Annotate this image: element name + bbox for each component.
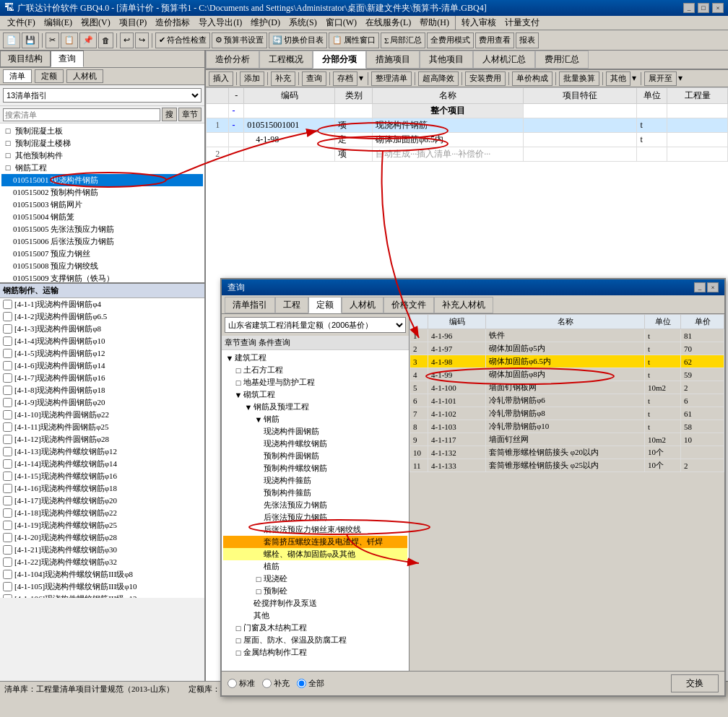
d-node-cast-stirrup[interactable]: 现浇构件箍筋	[223, 474, 407, 487]
tree-node-010515003[interactable]: 010515003 钢筋网片	[1, 199, 203, 211]
d-node-rebar-embed[interactable]: ▼ 钢筋及预埋工程	[223, 401, 407, 413]
toolbar-save[interactable]: 💾	[22, 32, 39, 48]
toolbar-report[interactable]: 报表	[516, 32, 539, 48]
dialog-table-row[interactable]: 8 4-1-103 冷轧带肋钢筋φ10 t 58	[410, 420, 724, 433]
dialog-table-row[interactable]: 10 4-1-132 套筒锥形螺栓钢筋接头 φ20以内 10个	[410, 446, 724, 459]
tree-node-010515009[interactable]: 010515009 支撑钢筋（铁马）	[1, 272, 203, 282]
checklist-checkbox[interactable]	[3, 422, 12, 432]
toolbar-compliance[interactable]: ✔ 符合性检查	[155, 32, 210, 48]
toolbar-undo[interactable]: ↩	[120, 32, 134, 48]
checklist-checkbox[interactable]	[3, 410, 12, 420]
maximize-button[interactable]: □	[698, 3, 709, 13]
toolbar-switch-price[interactable]: 🔄 切换价目表	[269, 32, 327, 48]
tab-measures[interactable]: 措施项目	[366, 51, 420, 69]
dialog-tab-project[interactable]: 工程	[275, 297, 308, 313]
tree-node-010515007[interactable]: 010515007 预应力钢丝	[1, 248, 203, 260]
subtab-materials[interactable]: 人材机	[66, 69, 103, 83]
radio-all-input[interactable]	[297, 679, 306, 688]
checklist-checkbox[interactable]	[3, 557, 12, 567]
tree-node-010515008[interactable]: 010515008 预应力钢绞线	[1, 260, 203, 272]
dialog-tab-quota[interactable]: 定额	[308, 297, 342, 313]
menu-measure[interactable]: 计量支付	[500, 16, 544, 30]
radio-standard[interactable]: 标准	[228, 678, 255, 689]
d-node-wire-strand[interactable]: 后张法预应力钢丝束/钢绞线	[223, 523, 407, 536]
d-node-concrete-mix[interactable]: 砼搅拌制作及泵送	[223, 597, 407, 609]
toolbar-properties[interactable]: 📋 属性窗口	[329, 32, 379, 48]
d-node-precast-round[interactable]: 预制构件圆钢筋	[223, 450, 407, 462]
tab-itemized[interactable]: 分部分项	[313, 51, 366, 69]
d-node-plant-rebar[interactable]: 植筋	[223, 560, 407, 573]
checklist-checkbox[interactable]	[3, 533, 12, 542]
checklist-checkbox[interactable]	[3, 349, 12, 358]
table-row-2[interactable]: 2 项 自动生成···插入清单···补偿价···	[207, 147, 728, 162]
tab-project-structure[interactable]: 项目结构	[0, 51, 51, 67]
dialog-table-row[interactable]: 2 4-1-97 砌体加固筋φ5内 t 70	[410, 342, 724, 355]
checklist-checkbox[interactable]	[3, 472, 12, 481]
tab-fee-summary[interactable]: 费用汇总	[535, 51, 589, 69]
d-node-doors[interactable]: □ 门窗及木结构工程	[223, 622, 407, 634]
search-button[interactable]: 搜	[162, 108, 177, 121]
radio-supplement-input[interactable]	[262, 679, 272, 688]
checklist-checkbox[interactable]	[3, 336, 12, 346]
btn-height-reduce[interactable]: 超高降效	[418, 71, 459, 86]
toolbar-paste[interactable]: 📌	[79, 32, 97, 48]
checklist-checkbox[interactable]	[3, 594, 12, 598]
menu-edit[interactable]: 编辑(E)	[40, 16, 77, 30]
toolbar-local-sum[interactable]: Σ 局部汇总	[381, 32, 425, 48]
btn-expand-to[interactable]: 展开至	[644, 71, 677, 86]
tree-node-010515002[interactable]: 010515002 预制构件钢筋	[1, 186, 203, 199]
d-node-rebar[interactable]: ▼ 钢筋	[223, 413, 407, 425]
table-row-header[interactable]: - 整个项目	[207, 104, 728, 118]
d-node-metal[interactable]: □ 金属结构制作工程	[223, 646, 407, 659]
dialog-table-row[interactable]: 4 4-1-99 砌体加固筋φ8内 t 59	[410, 368, 724, 381]
dialog-table-row[interactable]: 3 4-1-98 砌体加固筋φ6.5内 t 62	[410, 355, 724, 368]
radio-all[interactable]: 全部	[297, 678, 324, 689]
tree-node-010515001[interactable]: 010515001 现浇构件钢筋	[1, 174, 203, 186]
toolbar-cut[interactable]: ✂	[46, 32, 59, 48]
btn-other[interactable]: 其他	[606, 71, 630, 86]
toolbar-new[interactable]: 📄	[3, 32, 20, 48]
menu-maintain[interactable]: 维护(D)	[246, 16, 285, 30]
tree-node-010515005[interactable]: 010515005 先张法预应力钢筋	[1, 223, 203, 235]
toolbar-delete[interactable]: 🗑	[98, 32, 113, 48]
btn-install-fee[interactable]: 安装费用	[465, 71, 506, 86]
minus-icon[interactable]: -	[232, 105, 235, 116]
checklist-checkbox[interactable]	[3, 300, 12, 309]
d-node-foundation[interactable]: □ 地基处理与防护工程	[223, 376, 407, 388]
d-node-bolt-anchor[interactable]: 螺栓、砌体加固筋φ及其他	[223, 548, 407, 560]
menu-view[interactable]: 视图(V)	[77, 16, 115, 30]
dialog-tab-price[interactable]: 价格文件	[384, 297, 434, 313]
tab-cost-analysis[interactable]: 造价分析	[206, 51, 259, 69]
d-node-cast-round[interactable]: 现浇构件圆钢筋	[223, 425, 407, 438]
tab-materials-summary[interactable]: 人材机汇总	[473, 51, 535, 69]
checklist-checkbox[interactable]	[3, 508, 12, 518]
btn-archive[interactable]: 存档	[333, 71, 358, 86]
dialog-table-row[interactable]: 5 4-1-100 墙面钉钢板网 10m2 2	[410, 381, 724, 394]
minimize-button[interactable]: _	[683, 3, 695, 13]
d-node-precast-thread[interactable]: 预制构件螺纹钢筋	[223, 462, 407, 474]
d-node-precast-stirrup[interactable]: 预制构件箍筋	[223, 487, 407, 499]
minus-icon[interactable]: -	[232, 120, 235, 130]
dialog-minimize[interactable]: _	[694, 282, 706, 292]
close-button[interactable]: ×	[712, 3, 724, 13]
d-node-cast-thread[interactable]: 现浇构件螺纹钢筋	[223, 438, 407, 450]
checklist-checkbox[interactable]	[3, 312, 12, 321]
dialog-table-row[interactable]: 9 4-1-117 墙面钉丝网 10m2 10	[410, 433, 724, 446]
dialog-table-row[interactable]: 6 4-1-101 冷轧带肋钢筋φ6 t 6	[410, 394, 724, 407]
btn-supplement[interactable]: 补充	[271, 71, 295, 86]
subtab-quota[interactable]: 定额	[35, 69, 64, 83]
checklist-checkbox[interactable]	[3, 521, 12, 530]
checklist-checkbox[interactable]	[3, 398, 12, 407]
tree-node-precast-stair[interactable]: □ 预制混凝土楼梯	[1, 137, 203, 149]
menu-help[interactable]: 帮助(H)	[415, 16, 454, 30]
checklist-checkbox[interactable]	[3, 373, 12, 383]
dialog-table-row[interactable]: 11 4-1-133 套筒锥形螺栓钢筋接头 φ25以内 10个 2	[410, 459, 724, 472]
d-node-roofing[interactable]: □ 屋面、防水、保温及防腐工程	[223, 634, 407, 646]
btn-sort-bill[interactable]: 整理清单	[371, 71, 412, 86]
checklist-checkbox[interactable]	[3, 545, 12, 555]
btn-batch-convert[interactable]: 批量换算	[559, 71, 599, 86]
checklist-checkbox[interactable]	[3, 570, 12, 579]
toolbar-copy[interactable]: 📋	[61, 32, 78, 48]
dialog-table-row[interactable]: 1 4-1-96 铁件 t 81	[410, 329, 724, 342]
checklist-checkbox[interactable]	[3, 435, 12, 444]
